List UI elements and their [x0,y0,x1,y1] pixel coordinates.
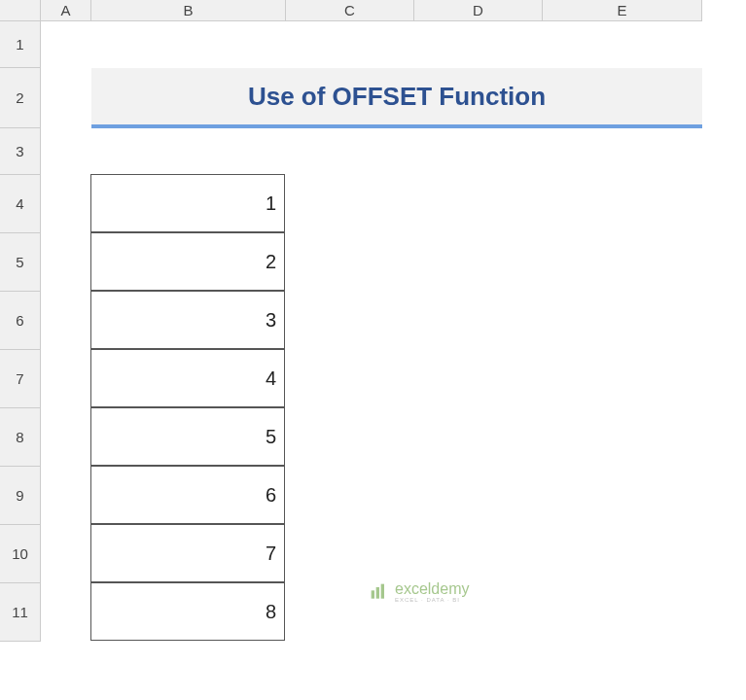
cell-A2[interactable] [41,68,91,128]
cell-C1[interactable] [286,21,414,68]
row-header-1[interactable]: 1 [0,21,41,68]
column-header-row: A B C D E [0,0,746,21]
cell-E11[interactable] [542,583,701,642]
cell-D10[interactable] [413,525,542,583]
cell-C9[interactable] [285,467,413,525]
cell-A8[interactable] [41,408,91,467]
cell-C10[interactable] [285,525,413,583]
row-10: 10 7 [0,525,746,583]
cell-B7[interactable]: 4 [90,349,285,407]
watermark-brand: exceldemy [395,581,469,597]
cell-C7[interactable] [285,350,413,408]
cell-B3[interactable] [91,128,286,175]
cell-E7[interactable] [542,350,701,408]
column-header-C[interactable]: C [286,0,414,21]
cell-A3[interactable] [41,128,91,175]
row-8: 8 5 [0,408,746,467]
row-2: 2 Use of OFFSET Function [0,68,746,128]
cell-A1[interactable] [41,21,91,68]
row-header-7[interactable]: 7 [0,350,41,408]
cell-B4[interactable]: 1 [90,174,285,232]
row-header-4[interactable]: 4 [0,175,41,233]
watermark-tagline: EXCEL · DATA · BI [395,597,469,603]
cell-C5[interactable] [285,233,413,292]
cell-B11[interactable]: 8 [90,582,285,641]
svg-rect-1 [376,587,379,599]
cell-D5[interactable] [413,233,542,292]
cell-D1[interactable] [414,21,543,68]
watermark-text: exceldemy EXCEL · DATA · BI [395,581,469,603]
row-header-3[interactable]: 3 [0,128,41,175]
cell-D3[interactable] [414,128,543,175]
cell-B8[interactable]: 5 [90,407,285,466]
svg-rect-2 [381,584,384,599]
column-header-D[interactable]: D [414,0,543,21]
cell-E5[interactable] [542,233,701,292]
title-cell[interactable]: Use of OFFSET Function [91,68,702,128]
cell-E4[interactable] [542,175,701,233]
cell-A5[interactable] [41,233,91,292]
cell-A6[interactable] [41,292,91,350]
svg-rect-0 [372,590,374,598]
row-header-8[interactable]: 8 [0,408,41,467]
watermark-icon [370,582,389,602]
row-6: 6 3 [0,292,746,350]
row-header-9[interactable]: 9 [0,467,41,525]
row-7: 7 4 [0,350,746,408]
row-1: 1 [0,21,746,68]
row-header-2[interactable]: 2 [0,68,41,128]
column-header-B[interactable]: B [91,0,286,21]
watermark: exceldemy EXCEL · DATA · BI [370,581,469,603]
cell-E10[interactable] [542,525,701,583]
cell-C6[interactable] [285,292,413,350]
row-3: 3 [0,128,746,175]
row-header-11[interactable]: 11 [0,583,41,642]
cell-D9[interactable] [413,467,542,525]
cell-B1[interactable] [91,21,286,68]
cell-D4[interactable] [413,175,542,233]
cell-A9[interactable] [41,467,91,525]
cell-D8[interactable] [413,408,542,467]
cell-A11[interactable] [41,583,91,642]
row-5: 5 2 [0,233,746,292]
cell-C3[interactable] [286,128,414,175]
row-9: 9 6 [0,467,746,525]
cell-C4[interactable] [285,175,413,233]
cell-E3[interactable] [543,128,702,175]
cell-A10[interactable] [41,525,91,583]
column-header-E[interactable]: E [543,0,702,21]
row-header-6[interactable]: 6 [0,292,41,350]
cell-B10[interactable]: 7 [90,524,285,582]
cell-D7[interactable] [413,350,542,408]
cell-E8[interactable] [542,408,701,467]
cell-B5[interactable]: 2 [90,232,285,291]
cell-B6[interactable]: 3 [90,291,285,349]
row-4: 4 1 [0,175,746,233]
spreadsheet-grid: A B C D E 1 2 Use of OFFSET Function 3 4… [0,0,746,642]
cell-B9[interactable]: 6 [90,466,285,524]
cell-E9[interactable] [542,467,701,525]
cell-A7[interactable] [41,350,91,408]
cell-E6[interactable] [542,292,701,350]
cell-C8[interactable] [285,408,413,467]
row-header-5[interactable]: 5 [0,233,41,292]
cell-A4[interactable] [41,175,91,233]
row-header-10[interactable]: 10 [0,525,41,583]
cell-D6[interactable] [413,292,542,350]
cell-E1[interactable] [543,21,702,68]
select-all-corner[interactable] [0,0,41,21]
column-header-A[interactable]: A [41,0,91,21]
